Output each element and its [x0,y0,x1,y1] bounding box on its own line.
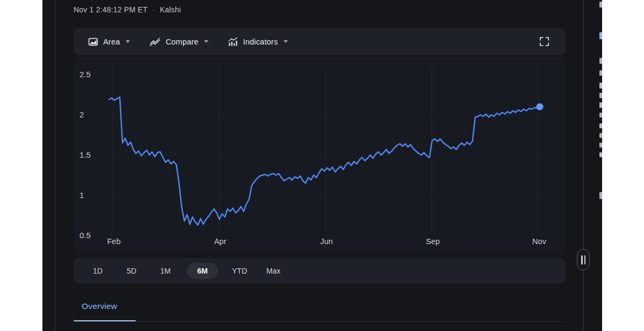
chart-toolbar: Area Compare [74,28,566,55]
compare-lines-icon [149,37,161,47]
fullscreen-icon [539,36,549,47]
indicators-bars-icon [228,37,238,47]
y-axis-tick: 1 [79,190,84,200]
x-axis-tick: Jun [320,237,332,246]
panel-splitter-line [583,0,584,331]
range-button-1d[interactable]: 1D [85,263,110,279]
clipped-text-fragment [599,152,602,157]
quote-timestamp: Nov 1 2:48:12 PM ET [74,5,148,14]
tab-divider [74,321,566,322]
x-axis-tick: Nov [532,237,547,246]
grip-bar-icon [581,255,583,264]
clipped-text-fragment [599,102,602,108]
chevron-down-icon [284,40,288,43]
area-chart-icon [88,37,98,47]
price-chart-svg: FebAprJunSepNov0.511.522.5 [74,58,566,254]
tab-overview[interactable]: Overview [82,301,117,311]
y-axis-tick: 0.5 [79,231,91,240]
clipped-text-fragment [599,113,602,117]
range-button-1m[interactable]: 1M [153,263,178,279]
exchange-label: Kalshi [160,5,181,14]
clipped-text-fragment [599,93,602,98]
clipped-text-fragment [599,70,602,76]
panel-resize-handle[interactable] [577,249,590,270]
clipped-text-fragment [599,133,602,138]
range-button-5d[interactable]: 5D [119,263,144,279]
grip-bar-icon [584,255,586,264]
time-range-bar: 1D5D1M6MYTDMax [74,258,566,284]
clipped-text-fragment [599,123,602,128]
range-button-max[interactable]: Max [261,263,286,279]
clipped-right-column [599,0,602,331]
x-axis-tick: Sep [426,237,440,246]
chart-type-button[interactable]: Area [88,37,130,47]
quote-meta-row: Nov 1 2:48:12 PM ET · Kalshi [74,4,181,15]
x-axis-tick: Apr [214,237,227,246]
compare-label: Compare [165,38,198,46]
chart-type-label: Area [103,38,120,46]
compare-button[interactable]: Compare [149,37,208,47]
price-chart[interactable]: FebAprJunSepNov0.511.522.5 [74,57,566,254]
fullscreen-button[interactable] [539,36,549,47]
latest-price-dot [537,104,544,111]
indicators-button[interactable]: Indicators [228,37,288,47]
clipped-text-fragment [599,83,602,89]
y-axis-tick: 2 [79,110,84,119]
clipped-text-fragment [599,192,602,199]
indicators-label: Indicators [243,38,278,46]
clipped-text-fragment [599,32,602,39]
meta-separator: · [153,5,155,14]
clipped-text-fragment [599,143,602,148]
finance-dark-panel: Nov 1 2:48:12 PM ET · Kalshi Area Compar… [42,0,602,331]
clipped-text-fragment [599,58,602,64]
clipped-text-fragment [599,2,602,8]
y-axis-tick: 2.5 [79,70,91,79]
chevron-down-icon [204,40,208,43]
y-axis-tick: 1.5 [79,150,91,159]
content-left-border [55,0,56,331]
range-button-6m[interactable]: 6M [187,263,218,279]
x-axis-tick: Feb [107,237,121,246]
chevron-down-icon [126,40,130,43]
range-button-ytd[interactable]: YTD [227,263,252,279]
price-line [109,97,540,225]
